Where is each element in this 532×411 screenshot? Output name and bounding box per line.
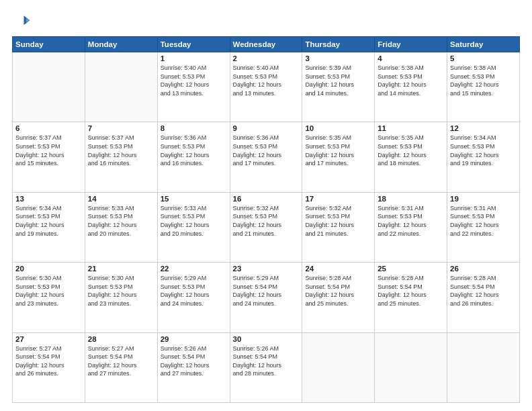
day-number: 5 xyxy=(450,54,517,62)
day-info: Sunrise: 5:31 AM Sunset: 5:53 PM Dayligh… xyxy=(450,204,517,238)
logo-icon xyxy=(12,12,31,31)
calendar-cell xyxy=(447,332,520,402)
calendar-cell: 15Sunrise: 5:33 AM Sunset: 5:53 PM Dayli… xyxy=(157,192,230,262)
calendar-cell: 7Sunrise: 5:37 AM Sunset: 5:53 PM Daylig… xyxy=(85,122,157,192)
calendar-cell: 19Sunrise: 5:31 AM Sunset: 5:53 PM Dayli… xyxy=(447,192,520,262)
header xyxy=(12,12,520,31)
day-number: 14 xyxy=(88,195,154,203)
day-number: 20 xyxy=(15,265,82,273)
calendar-cell xyxy=(13,52,85,122)
day-info: Sunrise: 5:28 AM Sunset: 5:54 PM Dayligh… xyxy=(305,274,371,308)
day-info: Sunrise: 5:30 AM Sunset: 5:53 PM Dayligh… xyxy=(15,274,82,308)
calendar-cell: 11Sunrise: 5:35 AM Sunset: 5:53 PM Dayli… xyxy=(375,122,447,192)
day-number: 30 xyxy=(233,335,300,343)
day-info: Sunrise: 5:29 AM Sunset: 5:54 PM Dayligh… xyxy=(233,274,300,308)
day-info: Sunrise: 5:30 AM Sunset: 5:53 PM Dayligh… xyxy=(88,274,154,308)
calendar-cell: 9Sunrise: 5:36 AM Sunset: 5:53 PM Daylig… xyxy=(230,122,302,192)
day-number: 27 xyxy=(15,335,82,343)
day-number: 21 xyxy=(88,265,154,273)
calendar-cell: 5Sunrise: 5:38 AM Sunset: 5:53 PM Daylig… xyxy=(447,52,520,122)
day-info: Sunrise: 5:27 AM Sunset: 5:54 PM Dayligh… xyxy=(15,345,82,378)
day-info: Sunrise: 5:35 AM Sunset: 5:53 PM Dayligh… xyxy=(378,134,444,167)
calendar-cell: 29Sunrise: 5:26 AM Sunset: 5:54 PM Dayli… xyxy=(157,332,230,402)
day-info: Sunrise: 5:27 AM Sunset: 5:54 PM Dayligh… xyxy=(88,345,154,378)
calendar-week-1: 6Sunrise: 5:37 AM Sunset: 5:53 PM Daylig… xyxy=(13,122,520,192)
day-info: Sunrise: 5:39 AM Sunset: 5:53 PM Dayligh… xyxy=(305,64,371,97)
day-number: 15 xyxy=(161,195,227,203)
day-number: 12 xyxy=(450,124,517,132)
day-info: Sunrise: 5:34 AM Sunset: 5:53 PM Dayligh… xyxy=(15,204,82,238)
day-number: 18 xyxy=(378,195,444,203)
day-info: Sunrise: 5:28 AM Sunset: 5:54 PM Dayligh… xyxy=(378,274,444,308)
calendar-cell: 28Sunrise: 5:27 AM Sunset: 5:54 PM Dayli… xyxy=(85,332,157,402)
day-info: Sunrise: 5:38 AM Sunset: 5:53 PM Dayligh… xyxy=(450,64,517,97)
day-info: Sunrise: 5:36 AM Sunset: 5:53 PM Dayligh… xyxy=(161,134,227,167)
calendar-table: SundayMondayTuesdayWednesdayThursdayFrid… xyxy=(12,36,520,403)
calendar-cell: 14Sunrise: 5:33 AM Sunset: 5:53 PM Dayli… xyxy=(85,192,157,262)
calendar-cell: 20Sunrise: 5:30 AM Sunset: 5:53 PM Dayli… xyxy=(13,263,85,332)
day-number: 10 xyxy=(305,124,371,132)
day-number: 6 xyxy=(15,124,82,132)
day-number: 28 xyxy=(88,335,154,343)
calendar-cell xyxy=(302,332,375,402)
calendar-header-friday: Friday xyxy=(375,37,447,52)
day-info: Sunrise: 5:31 AM Sunset: 5:53 PM Dayligh… xyxy=(378,204,444,238)
day-number: 2 xyxy=(233,54,300,62)
calendar-cell: 27Sunrise: 5:27 AM Sunset: 5:54 PM Dayli… xyxy=(13,332,85,402)
calendar-header-tuesday: Tuesday xyxy=(157,37,230,52)
day-info: Sunrise: 5:26 AM Sunset: 5:54 PM Dayligh… xyxy=(233,345,300,378)
calendar-cell: 3Sunrise: 5:39 AM Sunset: 5:53 PM Daylig… xyxy=(302,52,375,122)
calendar-cell: 17Sunrise: 5:32 AM Sunset: 5:53 PM Dayli… xyxy=(302,192,375,262)
day-number: 7 xyxy=(88,124,154,132)
day-number: 17 xyxy=(305,195,371,203)
day-number: 1 xyxy=(161,54,227,62)
day-info: Sunrise: 5:36 AM Sunset: 5:53 PM Dayligh… xyxy=(233,134,300,167)
day-info: Sunrise: 5:35 AM Sunset: 5:53 PM Dayligh… xyxy=(305,134,371,167)
calendar-cell: 16Sunrise: 5:32 AM Sunset: 5:53 PM Dayli… xyxy=(230,192,302,262)
day-number: 11 xyxy=(378,124,444,132)
day-info: Sunrise: 5:28 AM Sunset: 5:54 PM Dayligh… xyxy=(450,274,517,308)
day-info: Sunrise: 5:40 AM Sunset: 5:53 PM Dayligh… xyxy=(233,64,300,97)
calendar-cell: 18Sunrise: 5:31 AM Sunset: 5:53 PM Dayli… xyxy=(375,192,447,262)
day-number: 22 xyxy=(161,265,227,273)
calendar-week-0: 1Sunrise: 5:40 AM Sunset: 5:53 PM Daylig… xyxy=(13,52,520,122)
day-info: Sunrise: 5:37 AM Sunset: 5:53 PM Dayligh… xyxy=(15,134,82,167)
calendar-week-2: 13Sunrise: 5:34 AM Sunset: 5:53 PM Dayli… xyxy=(13,192,520,262)
day-number: 3 xyxy=(305,54,371,62)
calendar-cell xyxy=(85,52,157,122)
day-info: Sunrise: 5:37 AM Sunset: 5:53 PM Dayligh… xyxy=(88,134,154,167)
day-number: 29 xyxy=(161,335,227,343)
calendar-cell xyxy=(375,332,447,402)
day-number: 16 xyxy=(233,195,300,203)
day-info: Sunrise: 5:40 AM Sunset: 5:53 PM Dayligh… xyxy=(161,64,227,97)
calendar-cell: 30Sunrise: 5:26 AM Sunset: 5:54 PM Dayli… xyxy=(230,332,302,402)
day-info: Sunrise: 5:33 AM Sunset: 5:53 PM Dayligh… xyxy=(161,204,227,238)
calendar-header-sunday: Sunday xyxy=(13,37,85,52)
calendar-cell: 4Sunrise: 5:38 AM Sunset: 5:53 PM Daylig… xyxy=(375,52,447,122)
day-info: Sunrise: 5:38 AM Sunset: 5:53 PM Dayligh… xyxy=(378,64,444,97)
day-info: Sunrise: 5:32 AM Sunset: 5:53 PM Dayligh… xyxy=(233,204,300,238)
calendar-cell: 1Sunrise: 5:40 AM Sunset: 5:53 PM Daylig… xyxy=(157,52,230,122)
calendar-cell: 13Sunrise: 5:34 AM Sunset: 5:53 PM Dayli… xyxy=(13,192,85,262)
day-number: 25 xyxy=(378,265,444,273)
calendar-header-row: SundayMondayTuesdayWednesdayThursdayFrid… xyxy=(13,37,520,52)
calendar-cell: 23Sunrise: 5:29 AM Sunset: 5:54 PM Dayli… xyxy=(230,263,302,332)
day-info: Sunrise: 5:29 AM Sunset: 5:53 PM Dayligh… xyxy=(161,274,227,308)
logo xyxy=(12,12,32,31)
calendar-header-wednesday: Wednesday xyxy=(230,37,302,52)
day-number: 13 xyxy=(15,195,82,203)
calendar-cell: 24Sunrise: 5:28 AM Sunset: 5:54 PM Dayli… xyxy=(302,263,375,332)
calendar-cell: 21Sunrise: 5:30 AM Sunset: 5:53 PM Dayli… xyxy=(85,263,157,332)
day-number: 8 xyxy=(161,124,227,132)
day-number: 19 xyxy=(450,195,517,203)
calendar-week-3: 20Sunrise: 5:30 AM Sunset: 5:53 PM Dayli… xyxy=(13,263,520,332)
calendar-header-monday: Monday xyxy=(85,37,157,52)
day-number: 26 xyxy=(450,265,517,273)
calendar-cell: 12Sunrise: 5:34 AM Sunset: 5:53 PM Dayli… xyxy=(447,122,520,192)
calendar-week-4: 27Sunrise: 5:27 AM Sunset: 5:54 PM Dayli… xyxy=(13,332,520,402)
calendar-cell: 25Sunrise: 5:28 AM Sunset: 5:54 PM Dayli… xyxy=(375,263,447,332)
page: SundayMondayTuesdayWednesdayThursdayFrid… xyxy=(0,0,532,411)
calendar-cell: 26Sunrise: 5:28 AM Sunset: 5:54 PM Dayli… xyxy=(447,263,520,332)
calendar-cell: 8Sunrise: 5:36 AM Sunset: 5:53 PM Daylig… xyxy=(157,122,230,192)
day-info: Sunrise: 5:26 AM Sunset: 5:54 PM Dayligh… xyxy=(161,345,227,378)
